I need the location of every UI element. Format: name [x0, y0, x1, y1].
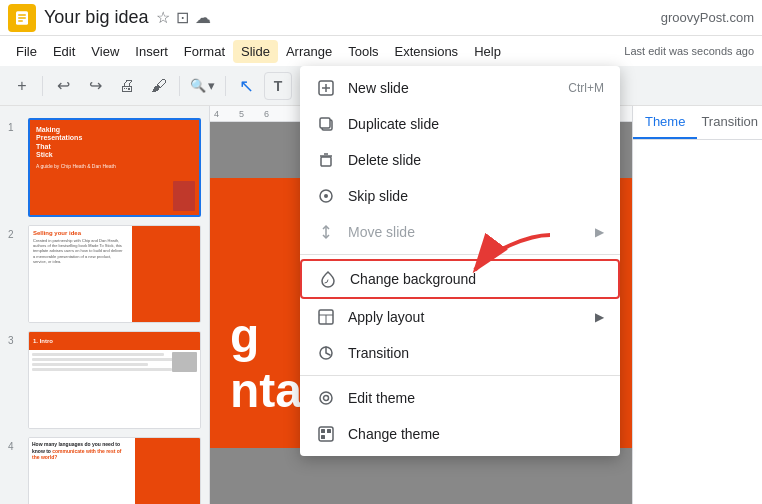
new-slide-shortcut: Ctrl+M [568, 81, 604, 95]
menu-apply-layout[interactable]: Apply layout ▶ [300, 299, 620, 335]
new-slide-icon [316, 78, 336, 98]
apply-layout-arrow: ▶ [595, 310, 604, 324]
change-theme-label: Change theme [348, 426, 440, 442]
slide-menu-dropdown: New slide Ctrl+M Duplicate slide Delete … [300, 66, 620, 456]
svg-point-19 [320, 392, 332, 404]
svg-rect-9 [321, 157, 331, 166]
delete-slide-label: Delete slide [348, 152, 421, 168]
svg-rect-23 [327, 429, 331, 433]
menu-skip-slide[interactable]: Skip slide [300, 178, 620, 214]
move-slide-arrow: ▶ [595, 225, 604, 239]
menu-move-slide: Move slide ▶ [300, 214, 620, 250]
new-slide-label: New slide [348, 80, 409, 96]
dropdown-overlay[interactable]: New slide Ctrl+M Duplicate slide Delete … [0, 0, 762, 504]
dropdown-separator-2 [300, 375, 620, 376]
change-theme-icon [316, 424, 336, 444]
svg-rect-22 [321, 429, 325, 433]
svg-rect-8 [320, 118, 330, 128]
svg-point-13 [324, 194, 328, 198]
menu-duplicate-slide[interactable]: Duplicate slide [300, 106, 620, 142]
menu-change-theme[interactable]: Change theme [300, 416, 620, 452]
svg-rect-24 [321, 435, 325, 439]
skip-slide-icon [316, 186, 336, 206]
menu-change-background[interactable]: Change background [300, 259, 620, 299]
transition-label: Transition [348, 345, 409, 361]
menu-new-slide[interactable]: New slide Ctrl+M [300, 70, 620, 106]
edit-theme-label: Edit theme [348, 390, 415, 406]
menu-delete-slide[interactable]: Delete slide [300, 142, 620, 178]
apply-layout-icon [316, 307, 336, 327]
transition-icon [316, 343, 336, 363]
duplicate-slide-label: Duplicate slide [348, 116, 439, 132]
delete-slide-icon [316, 150, 336, 170]
edit-theme-icon [316, 388, 336, 408]
move-slide-icon [316, 222, 336, 242]
svg-rect-21 [319, 427, 333, 441]
duplicate-slide-icon [316, 114, 336, 134]
change-background-icon [318, 269, 338, 289]
change-background-label: Change background [350, 271, 476, 287]
menu-edit-theme[interactable]: Edit theme [300, 380, 620, 416]
menu-transition[interactable]: Transition [300, 335, 620, 371]
skip-slide-label: Skip slide [348, 188, 408, 204]
move-slide-label: Move slide [348, 224, 415, 240]
svg-point-20 [324, 396, 329, 401]
apply-layout-label: Apply layout [348, 309, 424, 325]
dropdown-separator-1 [300, 254, 620, 255]
